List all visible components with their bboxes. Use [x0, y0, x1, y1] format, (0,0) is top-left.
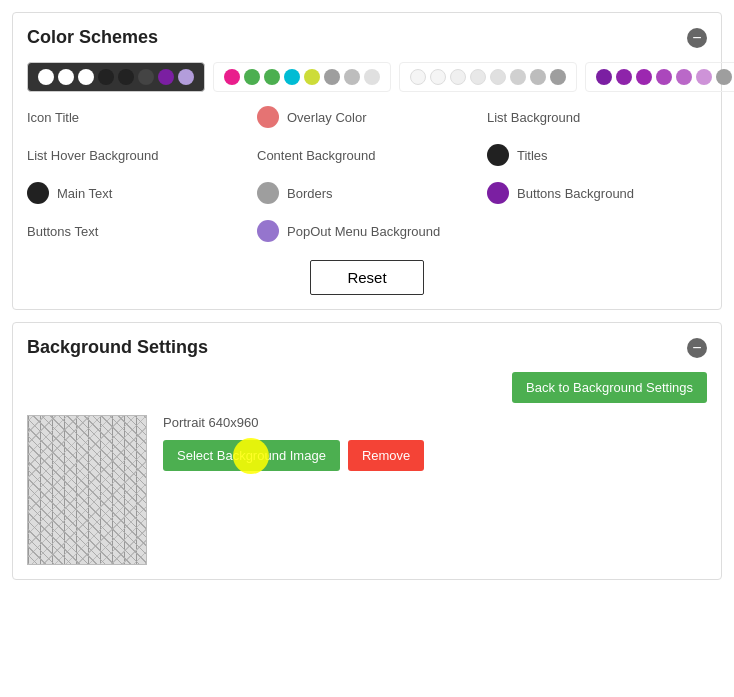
- titles-label: Titles: [517, 148, 548, 163]
- overlay-color-label: Overlay Color: [287, 110, 366, 125]
- scheme-2-dot-8: [364, 69, 380, 85]
- color-schemes-collapse-icon[interactable]: [687, 28, 707, 48]
- reset-button[interactable]: Reset: [310, 260, 423, 295]
- color-items-grid: Icon Title Overlay Color List Background…: [27, 106, 707, 242]
- scheme-3-dot-1: [410, 69, 426, 85]
- color-item-borders: Borders: [257, 182, 477, 204]
- color-item-main-text: Main Text: [27, 182, 247, 204]
- bg-thumbnail-pattern: [28, 416, 146, 564]
- buttons-text-label: Buttons Text: [27, 224, 98, 239]
- reset-row: Reset: [27, 260, 707, 295]
- background-settings-section: Background Settings Back to Background S…: [12, 322, 722, 580]
- scheme-2-dot-7: [344, 69, 360, 85]
- color-item-overlay: Overlay Color: [257, 106, 477, 128]
- bg-thumbnail: [27, 415, 147, 565]
- scheme-2-dot-5: [304, 69, 320, 85]
- color-schemes-header: Color Schemes: [27, 27, 707, 48]
- scheme-4[interactable]: [585, 62, 734, 92]
- list-background-label: List Background: [487, 110, 580, 125]
- scheme-4-dot-5: [676, 69, 692, 85]
- scheme-2[interactable]: [213, 62, 391, 92]
- color-item-list-bg: List Background: [487, 106, 707, 128]
- scheme-1-dot-2: [58, 69, 74, 85]
- color-item-buttons-bg: Buttons Background: [487, 182, 707, 204]
- back-to-background-button[interactable]: Back to Background Settings: [512, 372, 707, 403]
- scheme-1-dot-6: [138, 69, 154, 85]
- scheme-selector-row: [27, 62, 707, 92]
- scheme-2-dot-1: [224, 69, 240, 85]
- color-schemes-section: Color Schemes: [12, 12, 722, 310]
- bg-info: Portrait 640x960 Select Background Image…: [163, 415, 424, 471]
- main-text-dot: [27, 182, 49, 204]
- scheme-4-dot-3: [636, 69, 652, 85]
- scheme-1[interactable]: [27, 62, 205, 92]
- bg-image-row: Portrait 640x960 Select Background Image…: [27, 415, 707, 565]
- color-item-buttons-text: Buttons Text: [27, 220, 247, 242]
- scheme-3-dot-7: [530, 69, 546, 85]
- titles-dot: [487, 144, 509, 166]
- scheme-3[interactable]: [399, 62, 577, 92]
- borders-dot: [257, 182, 279, 204]
- color-item-titles: Titles: [487, 144, 707, 166]
- overlay-color-dot: [257, 106, 279, 128]
- borders-label: Borders: [287, 186, 333, 201]
- scheme-3-dot-4: [470, 69, 486, 85]
- icon-title-label: Icon Title: [27, 110, 79, 125]
- scheme-4-dot-7: [716, 69, 732, 85]
- scheme-1-dot-1: [38, 69, 54, 85]
- color-item-empty: [487, 220, 707, 242]
- color-item-list-hover: List Hover Background: [27, 144, 247, 166]
- scheme-1-dot-5: [118, 69, 134, 85]
- content-bg-label: Content Background: [257, 148, 376, 163]
- portrait-label: Portrait 640x960: [163, 415, 424, 430]
- scheme-3-dot-3: [450, 69, 466, 85]
- buttons-bg-label: Buttons Background: [517, 186, 634, 201]
- scheme-3-dot-2: [430, 69, 446, 85]
- select-background-button[interactable]: Select Background Image: [163, 440, 340, 471]
- scheme-4-dot-1: [596, 69, 612, 85]
- background-settings-title: Background Settings: [27, 337, 208, 358]
- color-item-popout: PopOut Menu Background: [257, 220, 477, 242]
- scheme-1-dot-8: [178, 69, 194, 85]
- scheme-4-dot-2: [616, 69, 632, 85]
- scheme-4-dot-4: [656, 69, 672, 85]
- scheme-3-dot-8: [550, 69, 566, 85]
- scheme-3-dot-5: [490, 69, 506, 85]
- back-btn-row: Back to Background Settings: [27, 372, 707, 403]
- scheme-2-dot-2: [244, 69, 260, 85]
- scheme-3-dot-6: [510, 69, 526, 85]
- scheme-2-dot-6: [324, 69, 340, 85]
- popout-label: PopOut Menu Background: [287, 224, 440, 239]
- bg-buttons: Select Background Image Remove: [163, 440, 424, 471]
- scheme-2-dot-4: [284, 69, 300, 85]
- scheme-1-dot-4: [98, 69, 114, 85]
- list-hover-label: List Hover Background: [27, 148, 159, 163]
- scheme-1-dot-3: [78, 69, 94, 85]
- color-item-content-bg: Content Background: [257, 144, 477, 166]
- scheme-1-dot-7: [158, 69, 174, 85]
- popout-dot: [257, 220, 279, 242]
- color-item-icon-title: Icon Title: [27, 106, 247, 128]
- scheme-2-dot-3: [264, 69, 280, 85]
- color-schemes-title: Color Schemes: [27, 27, 158, 48]
- background-settings-collapse-icon[interactable]: [687, 338, 707, 358]
- background-settings-header: Background Settings: [27, 337, 707, 358]
- main-text-label: Main Text: [57, 186, 112, 201]
- buttons-bg-dot: [487, 182, 509, 204]
- remove-button[interactable]: Remove: [348, 440, 424, 471]
- scheme-4-dot-6: [696, 69, 712, 85]
